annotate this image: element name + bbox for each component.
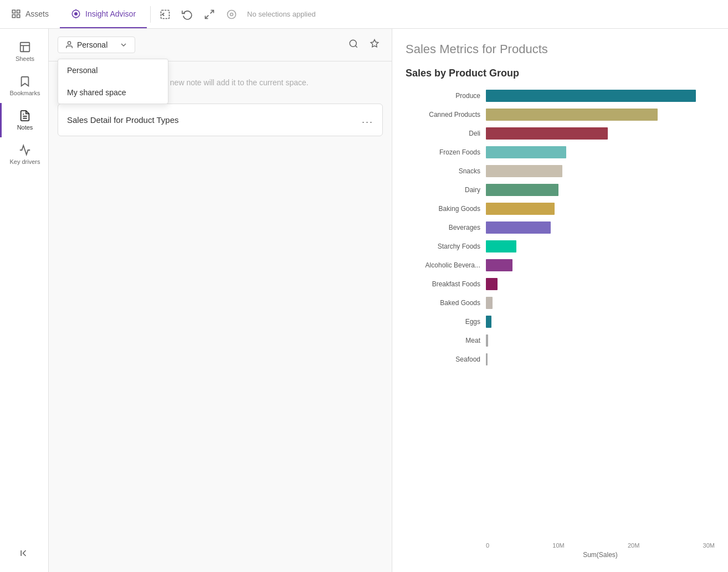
bar-fill: [486, 184, 558, 196]
bar-label: Frozen Foods: [406, 148, 486, 156]
expand-btn[interactable]: [199, 4, 219, 24]
bar-row: Frozen Foods: [406, 145, 715, 160]
bar-fill: [486, 259, 512, 271]
bar-fill: [486, 240, 516, 252]
svg-point-12: [228, 10, 236, 18]
chart-main-title: Sales Metrics for Products: [406, 42, 715, 56]
bar-track: [486, 184, 715, 196]
selection-back-btn[interactable]: [155, 4, 175, 24]
svg-line-10: [206, 15, 209, 18]
pin-btn[interactable]: [366, 35, 383, 54]
dropdown-shared-label: My shared space: [67, 88, 126, 97]
insight-advisor-label: Insight Advisor: [85, 9, 136, 18]
chevron-down-icon: [119, 40, 128, 49]
notes-icon: [19, 110, 31, 122]
space-name: Personal: [77, 40, 107, 49]
bar-row: Snacks: [406, 163, 715, 179]
bar-row: Seafood: [406, 352, 715, 367]
expand-icon: [204, 9, 215, 20]
x-label-10m: 10M: [552, 542, 564, 549]
bookmarks-label: Bookmarks: [9, 90, 40, 96]
assets-label: Assets: [25, 9, 49, 18]
bar-fill: [486, 334, 488, 347]
search-btn[interactable]: [345, 35, 362, 54]
bar-label: Baking Goods: [406, 205, 486, 213]
bar-label: Beverages: [406, 224, 486, 231]
bar-track: [486, 240, 715, 252]
bar-track: [486, 353, 715, 365]
bar-row: Baking Goods: [406, 201, 715, 217]
tab-assets[interactable]: Assets: [0, 0, 60, 28]
notes-label: Notes: [17, 124, 33, 131]
bar-row: Meat: [406, 333, 715, 348]
sheets-label: Sheets: [16, 55, 34, 62]
svg-rect-0: [12, 10, 15, 13]
refresh-btn[interactable]: [177, 4, 197, 24]
space-dropdown[interactable]: Personal: [58, 37, 135, 53]
bar-fill: [486, 203, 555, 215]
key-drivers-icon: [19, 144, 31, 156]
key-drivers-label: Key drivers: [9, 158, 40, 165]
bar-track: [486, 146, 715, 158]
search-icon: [348, 39, 358, 49]
bar-label: Baked Goods: [406, 299, 486, 307]
bar-row: Produce: [406, 88, 715, 104]
main-layout: Sheets Bookmarks Notes Key drivers: [0, 29, 728, 572]
tab-insight-advisor[interactable]: Insight Advisor: [60, 0, 147, 28]
sheets-icon: [19, 41, 31, 53]
bar-fill: [486, 297, 493, 309]
bar-row: Breakfast Foods: [406, 276, 715, 292]
note-card[interactable]: Sales Detail for Product Types ...: [58, 104, 383, 136]
svg-point-11: [230, 13, 233, 16]
note-title: Sales Detail for Product Types: [67, 115, 179, 125]
bar-track: [486, 165, 715, 177]
bar-row: Eggs: [406, 314, 715, 329]
sidebar-item-key-drivers[interactable]: Key drivers: [0, 137, 48, 172]
bar-label: Canned Products: [406, 111, 486, 118]
svg-rect-2: [12, 14, 15, 17]
x-label-30m: 30M: [703, 542, 715, 549]
sidebar-item-notes[interactable]: Notes: [0, 103, 48, 137]
svg-point-5: [74, 12, 78, 16]
bar-fill: [486, 146, 566, 158]
x-label-20m: 20M: [628, 542, 639, 549]
content-panel: Personal Personal My shar: [49, 29, 392, 572]
bar-row: Deli: [406, 126, 715, 141]
svg-line-9: [211, 10, 214, 13]
sidebar-item-sheets[interactable]: Sheets: [0, 34, 48, 69]
space-dropdown-menu: Personal My shared space: [58, 59, 168, 104]
bar-track: [486, 316, 715, 328]
bar-track: [486, 221, 715, 234]
note-menu-btn[interactable]: ...: [362, 114, 373, 126]
bar-track: [486, 297, 715, 309]
bar-fill: [486, 90, 696, 102]
refresh-icon: [182, 9, 193, 20]
bookmark-icon: [19, 75, 31, 87]
svg-rect-1: [17, 10, 20, 13]
bar-fill: [486, 278, 498, 290]
bar-label: Snacks: [406, 167, 486, 175]
bar-label: Starchy Foods: [406, 243, 486, 250]
bar-fill: [486, 127, 608, 140]
dropdown-personal-label: Personal: [67, 66, 98, 75]
bar-label: Alcoholic Bevera...: [406, 261, 486, 269]
bar-row: Canned Products: [406, 107, 715, 122]
bar-label: Deli: [406, 130, 486, 137]
bar-fill: [486, 165, 562, 177]
dropdown-personal[interactable]: Personal: [58, 59, 168, 81]
dropdown-shared-space[interactable]: My shared space: [58, 81, 168, 104]
settings-btn[interactable]: [222, 4, 242, 24]
chart-x-title: Sum(Sales): [406, 551, 715, 559]
bar-row: Starchy Foods: [406, 239, 715, 254]
svg-rect-13: [20, 43, 30, 52]
svg-point-20: [350, 40, 356, 47]
bar-track: [486, 259, 715, 271]
chart-container: Sales by Product Group ProduceCanned Pro…: [406, 68, 715, 559]
bar-track: [486, 109, 715, 121]
insight-icon: [71, 9, 81, 19]
bar-fill: [486, 109, 658, 121]
sidebar-item-bookmarks[interactable]: Bookmarks: [0, 69, 48, 103]
bar-track: [486, 278, 715, 290]
bar-label: Dairy: [406, 186, 486, 194]
collapse-sidebar-btn[interactable]: [14, 543, 34, 563]
